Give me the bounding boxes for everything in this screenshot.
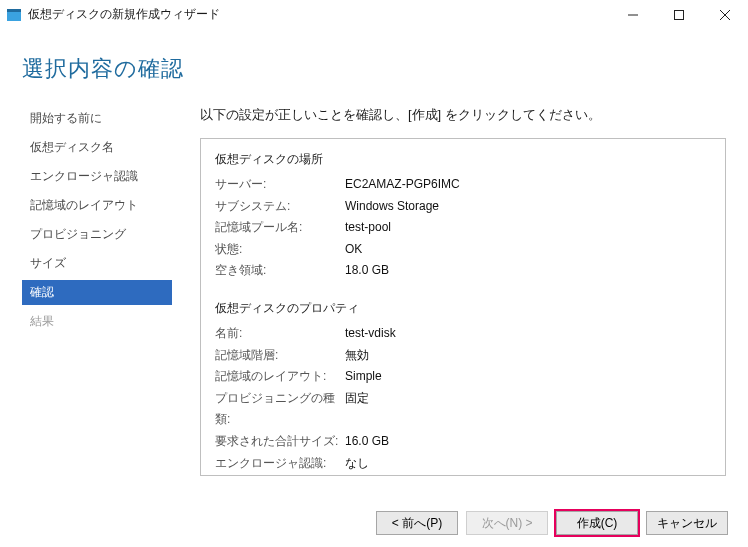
summary-row-label: 記憶域階層: bbox=[215, 345, 345, 367]
summary-row-value: Simple bbox=[345, 366, 711, 388]
summary-row-label: プロビジョニングの種類: bbox=[215, 388, 345, 431]
app-icon bbox=[6, 7, 22, 23]
sidebar-item: 結果 bbox=[22, 309, 172, 334]
wizard-footer: < 前へ(P) 次へ(N) > 作成(C) キャンセル bbox=[376, 511, 728, 535]
summary-row-label: 要求された合計サイズ: bbox=[215, 431, 345, 453]
summary-row-value: test-pool bbox=[345, 217, 711, 239]
page-title: 選択内容の確認 bbox=[22, 54, 726, 84]
summary-row-label: 記憶域プール名: bbox=[215, 217, 345, 239]
sidebar-item[interactable]: サイズ bbox=[22, 251, 172, 276]
summary-row: 名前:test-vdisk bbox=[215, 323, 711, 345]
section-title-location: 仮想ディスクの場所 bbox=[215, 151, 711, 168]
summary-row: プロビジョニングの種類:固定 bbox=[215, 388, 711, 431]
instruction-text: 以下の設定が正しいことを確認し、[作成] をクリックしてください。 bbox=[200, 106, 726, 124]
summary-row-value: OK bbox=[345, 239, 711, 261]
summary-row: サブシステム:Windows Storage bbox=[215, 196, 711, 218]
create-button[interactable]: 作成(C) bbox=[556, 511, 638, 535]
summary-row-label: エンクロージャ認識: bbox=[215, 453, 345, 475]
summary-row-value: なし bbox=[345, 453, 711, 475]
summary-row-value: 固定 bbox=[345, 388, 711, 431]
sidebar-item[interactable]: エンクロージャ認識 bbox=[22, 164, 172, 189]
sidebar-item[interactable]: 仮想ディスク名 bbox=[22, 135, 172, 160]
summary-row: エンクロージャ認識:なし bbox=[215, 453, 711, 475]
svg-rect-1 bbox=[7, 9, 21, 12]
summary-row-value: 無効 bbox=[345, 345, 711, 367]
summary-row: サーバー:EC2AMAZ-PGP6IMC bbox=[215, 174, 711, 196]
summary-row: 状態:OK bbox=[215, 239, 711, 261]
summary-row-value: 18.0 GB bbox=[345, 260, 711, 282]
back-button[interactable]: < 前へ(P) bbox=[376, 511, 458, 535]
summary-row: 要求された合計サイズ:16.0 GB bbox=[215, 431, 711, 453]
summary-row-value: 16.0 GB bbox=[345, 431, 711, 453]
sidebar-item[interactable]: プロビジョニング bbox=[22, 222, 172, 247]
sidebar-item[interactable]: 記憶域のレイアウト bbox=[22, 193, 172, 218]
summary-row-label: サブシステム: bbox=[215, 196, 345, 218]
summary-row-label: 状態: bbox=[215, 239, 345, 261]
minimize-button[interactable] bbox=[610, 0, 656, 30]
summary-row: 記憶域階層:無効 bbox=[215, 345, 711, 367]
summary-row-value: EC2AMAZ-PGP6IMC bbox=[345, 174, 711, 196]
summary-row-label: サーバー: bbox=[215, 174, 345, 196]
summary-panel: 仮想ディスクの場所 サーバー:EC2AMAZ-PGP6IMCサブシステム:Win… bbox=[200, 138, 726, 476]
titlebar: 仮想ディスクの新規作成ウィザード bbox=[0, 0, 748, 30]
summary-row: 空き領域:18.0 GB bbox=[215, 260, 711, 282]
cancel-button[interactable]: キャンセル bbox=[646, 511, 728, 535]
window-controls bbox=[610, 0, 748, 29]
sidebar-item[interactable]: 確認 bbox=[22, 280, 172, 305]
wizard-steps-sidebar: 開始する前に仮想ディスク名エンクロージャ認識記憶域のレイアウトプロビジョニングサ… bbox=[22, 106, 172, 494]
summary-row-value: Windows Storage bbox=[345, 196, 711, 218]
section-title-properties: 仮想ディスクのプロパティ bbox=[215, 300, 711, 317]
summary-row-label: 記憶域のレイアウト: bbox=[215, 366, 345, 388]
summary-row: 記憶域のレイアウト:Simple bbox=[215, 366, 711, 388]
close-button[interactable] bbox=[702, 0, 748, 30]
window-title: 仮想ディスクの新規作成ウィザード bbox=[28, 6, 610, 23]
summary-row-label: 空き領域: bbox=[215, 260, 345, 282]
summary-row-label: 名前: bbox=[215, 323, 345, 345]
svg-rect-3 bbox=[675, 11, 684, 20]
sidebar-item[interactable]: 開始する前に bbox=[22, 106, 172, 131]
summary-row: 記憶域プール名:test-pool bbox=[215, 217, 711, 239]
maximize-button[interactable] bbox=[656, 0, 702, 30]
summary-row-value: test-vdisk bbox=[345, 323, 711, 345]
next-button: 次へ(N) > bbox=[466, 511, 548, 535]
